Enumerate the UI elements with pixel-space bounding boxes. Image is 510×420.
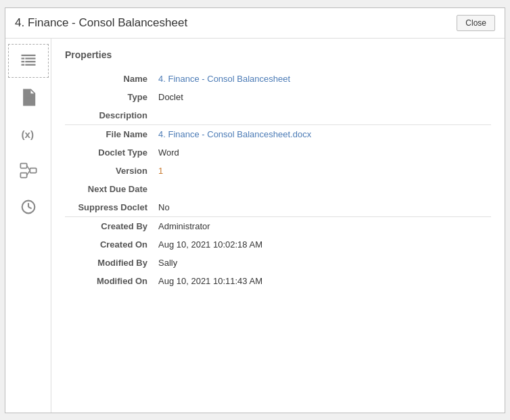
table-row: Created By Administrator: [65, 216, 491, 235]
field-label: Created On: [65, 235, 153, 254]
field-label: Created By: [65, 216, 153, 235]
svg-rect-4: [25, 61, 35, 62]
table-row: Next Due Date: [65, 180, 491, 198]
svg-rect-3: [21, 61, 24, 62]
svg-rect-2: [25, 57, 35, 59]
document-icon: [19, 88, 38, 107]
svg-rect-6: [25, 64, 35, 65]
field-value-doclet-type: Word: [153, 143, 491, 162]
sidebar-item-document[interactable]: [8, 80, 49, 114]
field-label: Type: [65, 88, 153, 106]
modal-body: (x): [5, 39, 505, 413]
field-label: Version: [65, 162, 153, 180]
table-row: File Name 4. Finance - Consol Balanceshe…: [65, 124, 491, 143]
section-title: Properties: [65, 49, 491, 60]
table-row: Modified By Sally: [65, 254, 491, 272]
svg-rect-1: [21, 57, 24, 59]
field-label: File Name: [65, 124, 153, 143]
svg-line-18: [28, 207, 32, 208]
svg-line-15: [26, 170, 30, 175]
table-row: Version 1: [65, 162, 491, 180]
field-label: Modified By: [65, 254, 153, 272]
mapping-icon: [19, 161, 38, 180]
table-row: Created On Aug 10, 2021 10:02:18 AM: [65, 235, 491, 254]
variables-icon: (x): [19, 124, 38, 143]
field-value-due-date: [153, 180, 491, 198]
svg-line-14: [26, 166, 30, 170]
sidebar: (x): [5, 39, 51, 413]
sidebar-item-variables[interactable]: (x): [8, 117, 49, 151]
svg-rect-11: [20, 163, 26, 168]
svg-text:(x): (x): [21, 128, 34, 139]
field-value-created-on: Aug 10, 2021 10:02:18 AM: [153, 235, 491, 254]
modal-header: 4. Finance - Consol Balancesheet Close: [5, 8, 505, 39]
field-value-type: Doclet: [153, 88, 491, 106]
field-value-name: 4. Finance - Consol Balancesheet: [153, 70, 491, 88]
modal-container: 4. Finance - Consol Balancesheet Close: [5, 7, 505, 413]
table-row: Doclet Type Word: [65, 143, 491, 162]
table-row: Modified On Aug 10, 2021 10:11:43 AM: [65, 272, 491, 290]
table-row: Suppress Doclet No: [65, 198, 491, 217]
field-label: Name: [65, 70, 153, 88]
sidebar-item-list[interactable]: [8, 44, 49, 78]
field-value-filename: 4. Finance - Consol Balancesheet.docx: [153, 124, 491, 143]
modal-title: 4. Finance - Consol Balancesheet: [15, 16, 187, 30]
sidebar-item-refresh[interactable]: [8, 154, 49, 187]
field-label: Modified On: [65, 272, 153, 290]
svg-rect-5: [21, 64, 24, 65]
table-row: Name 4. Finance - Consol Balancesheet: [65, 70, 491, 88]
field-value-description: [153, 106, 491, 125]
field-value-modified-on: Aug 10, 2021 10:11:43 AM: [153, 272, 491, 290]
field-value-version: 1: [153, 162, 491, 180]
svg-rect-13: [30, 168, 36, 172]
table-row: Description: [65, 106, 491, 125]
field-value-modified-by: Sally: [153, 254, 491, 272]
clock-icon: [19, 197, 38, 216]
content-area: Properties Name 4. Finance - Consol Bala…: [51, 39, 505, 413]
sidebar-item-history[interactable]: [8, 190, 49, 224]
field-label: Doclet Type: [65, 143, 153, 162]
field-value-suppress: No: [153, 198, 491, 217]
svg-rect-0: [21, 54, 35, 55]
table-row: Type Doclet: [65, 88, 491, 106]
field-label: Description: [65, 106, 153, 125]
list-icon: [19, 51, 38, 70]
field-label: Next Due Date: [65, 180, 153, 198]
close-button[interactable]: Close: [457, 15, 495, 31]
field-value-created-by: Administrator: [153, 216, 491, 235]
svg-rect-12: [20, 172, 26, 177]
properties-table: Name 4. Finance - Consol Balancesheet Ty…: [65, 70, 491, 290]
field-label: Suppress Doclet: [65, 198, 153, 217]
